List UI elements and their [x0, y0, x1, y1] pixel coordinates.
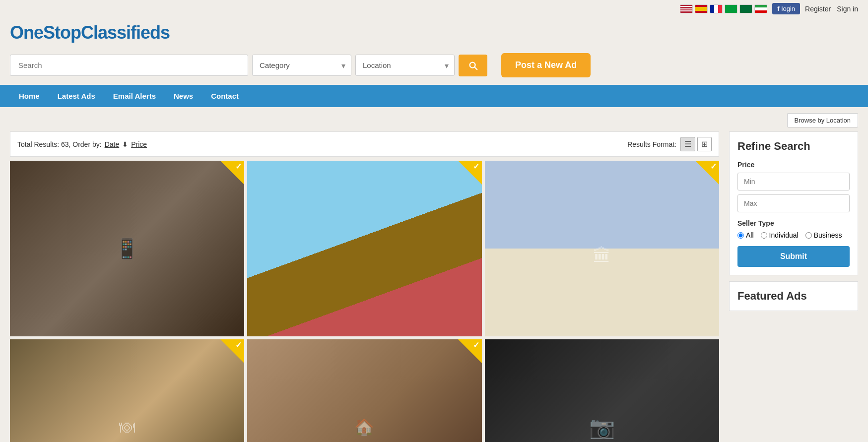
results-header: Total Results: 63, Order by: Date ⬇ Pric…	[10, 131, 719, 157]
format-label: Results Format:	[627, 140, 676, 148]
list-item[interactable]: 🍽 ✓	[10, 339, 244, 442]
seller-type-individual-label: Individual	[769, 231, 799, 239]
site-logo[interactable]: OneStopClassifieds	[10, 22, 170, 43]
facebook-login-button[interactable]: f login	[772, 3, 800, 14]
featured-ads-box: Featured Ads	[729, 281, 858, 311]
flag-es[interactable]	[695, 4, 708, 13]
top-bar: f login Register Sign in	[0, 0, 868, 17]
list-item[interactable]: 📱 ✓	[10, 161, 244, 336]
price-inputs	[737, 173, 850, 212]
seller-type-label: Seller Type	[737, 219, 850, 227]
refine-search-title: Refine Search	[737, 140, 850, 153]
price-label: Price	[737, 161, 850, 169]
facebook-icon: f	[777, 5, 779, 12]
seller-type-business-radio[interactable]	[805, 232, 812, 239]
item-thumbnail: 🏠	[247, 339, 481, 442]
seller-type-business-label: Business	[814, 231, 842, 239]
order-links: Total Results: 63, Order by: Date ⬇ Pric…	[17, 140, 147, 148]
price-max-input[interactable]	[737, 194, 850, 212]
list-icon: ☰	[684, 140, 691, 148]
format-selector: Results Format: ☰ ⊞	[627, 137, 712, 151]
register-link[interactable]: Register	[805, 5, 831, 13]
item-thumbnail	[247, 161, 481, 336]
order-by-price[interactable]: Price	[131, 140, 147, 148]
sidebar: Refine Search Price Seller Type All Indi…	[719, 131, 858, 442]
flag-sa[interactable]	[739, 4, 752, 13]
seller-type-radio-group: All Individual Business	[737, 231, 850, 239]
browse-location-button[interactable]: Browse by Location	[787, 113, 858, 127]
flag-br[interactable]	[725, 4, 737, 13]
format-buttons: ☰ ⊞	[680, 137, 712, 151]
item-thumbnail: 🏛	[485, 161, 719, 336]
header: OneStopClassifieds	[0, 17, 868, 48]
seller-type-all-radio[interactable]	[737, 232, 744, 239]
category-dropdown[interactable]: Category	[252, 55, 351, 76]
format-grid-button[interactable]: ⊞	[697, 137, 712, 151]
seller-type-business[interactable]: Business	[805, 231, 842, 239]
list-item[interactable]: 🏛 ✓	[485, 161, 719, 336]
results-summary: Total Results: 63, Order by:	[17, 140, 102, 148]
format-list-button[interactable]: ☰	[680, 137, 695, 151]
post-ad-button[interactable]: Post a New Ad	[501, 53, 591, 77]
main-content: Total Results: 63, Order by: Date ⬇ Pric…	[0, 131, 868, 442]
browse-location-bar: Browse by Location	[0, 107, 868, 131]
refine-search-box: Refine Search Price Seller Type All Indi…	[729, 131, 858, 275]
featured-ads-title: Featured Ads	[737, 290, 850, 303]
search-input-wrap	[10, 55, 248, 76]
search-button[interactable]	[459, 55, 487, 76]
seller-type-individual[interactable]: Individual	[761, 231, 799, 239]
search-icon	[467, 60, 478, 71]
item-thumbnail: 🍽	[10, 339, 244, 442]
search-area: Category ▾ Location ▾ Post a New Ad	[0, 48, 868, 85]
location-dropdown[interactable]: Location	[355, 55, 455, 76]
list-item[interactable]: 🏠 ✓	[247, 339, 481, 442]
search-input[interactable]	[10, 55, 248, 76]
nav-bar: Home Latest Ads Email Alerts News Contac…	[0, 85, 868, 107]
nav-home[interactable]: Home	[10, 85, 49, 107]
item-thumbnail: 📷	[485, 339, 719, 442]
top-links: Register Sign in	[805, 5, 858, 13]
order-by-date[interactable]: Date	[105, 140, 120, 148]
list-item[interactable]: ✓	[247, 161, 481, 336]
seller-type-all-label: All	[746, 231, 754, 239]
nav-contact[interactable]: Contact	[202, 85, 248, 107]
flag-fr[interactable]	[710, 4, 723, 13]
category-dropdown-wrap: Category ▾	[252, 55, 351, 76]
location-dropdown-wrap: Location ▾	[355, 55, 455, 76]
seller-type-individual-radio[interactable]	[761, 232, 767, 239]
list-item[interactable]: 📷	[485, 339, 719, 442]
items-grid: 📱 ✓ ✓ 🏛 ✓	[10, 161, 719, 442]
login-label: login	[782, 5, 795, 12]
submit-button[interactable]: Submit	[737, 246, 850, 267]
flag-ir[interactable]	[754, 4, 767, 13]
price-min-input[interactable]	[737, 173, 850, 190]
flag-us[interactable]	[680, 4, 693, 13]
nav-email-alerts[interactable]: Email Alerts	[104, 85, 165, 107]
nav-latest-ads[interactable]: Latest Ads	[49, 85, 104, 107]
signin-link[interactable]: Sign in	[837, 5, 858, 13]
sort-icon: ⬇	[122, 140, 128, 148]
item-thumbnail: 📱	[10, 161, 244, 336]
grid-icon: ⊞	[701, 140, 708, 148]
nav-news[interactable]: News	[165, 85, 202, 107]
results-area: Total Results: 63, Order by: Date ⬇ Pric…	[10, 131, 719, 442]
seller-type-all[interactable]: All	[737, 231, 754, 239]
flags	[680, 4, 767, 13]
